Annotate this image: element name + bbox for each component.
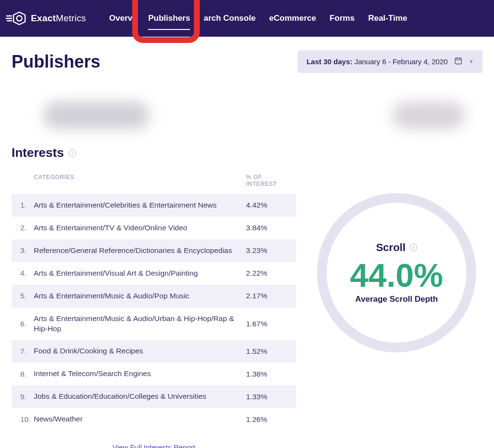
row-index: 5. bbox=[20, 292, 34, 300]
row-pct: 3.23% bbox=[246, 246, 288, 255]
row-pct: 1.52% bbox=[246, 347, 288, 356]
row-index: 1. bbox=[20, 201, 34, 210]
row-pct: 1.38% bbox=[246, 370, 288, 378]
row-category: Reference/General Reference/Dictionaries… bbox=[34, 246, 246, 256]
svg-rect-5 bbox=[455, 58, 462, 64]
brand-icon bbox=[6, 11, 27, 26]
table-row: 8.Internet & Telecom/Search Engines1.38% bbox=[12, 363, 296, 385]
row-index: 2. bbox=[20, 224, 34, 232]
interests-table: CATEGORIES % OF INTEREST 1.Arts & Entert… bbox=[12, 174, 296, 448]
scroll-depth-circle: Scroll i 44.0% Average Scroll Depth bbox=[317, 193, 476, 352]
calendar-icon bbox=[454, 57, 462, 66]
scroll-subtitle: Average Scroll Depth bbox=[355, 294, 438, 304]
table-row: 3.Reference/General Reference/Dictionari… bbox=[12, 239, 296, 262]
table-body: 1.Arts & Entertainment/Celebrities & Ent… bbox=[12, 194, 296, 431]
scroll-title: Scroll i bbox=[376, 241, 417, 254]
table-row: 6.Arts & Entertainment/Music & Audio/Urb… bbox=[12, 308, 296, 340]
row-index: 8. bbox=[20, 370, 34, 378]
row-category: Arts & Entertainment/Music & Audio/Pop M… bbox=[34, 291, 246, 301]
section-title-text: Interests bbox=[12, 145, 64, 160]
row-category: Jobs & Education/Education/Colleges & Un… bbox=[34, 392, 246, 402]
table-row: 1.Arts & Entertainment/Celebrities & Ent… bbox=[12, 194, 296, 217]
row-category: Arts & Entertainment/Celebrities & Enter… bbox=[34, 200, 246, 210]
row-index: 10. bbox=[20, 415, 34, 424]
top-nav: ExactMetrics Overvi Publishers arch Cons… bbox=[0, 0, 494, 37]
table-row: 7.Food & Drink/Cooking & Recipes1.52% bbox=[12, 340, 296, 363]
page-title: Publishers bbox=[12, 52, 100, 72]
nav-tabs: Overvi Publishers arch Console eCommerce… bbox=[109, 11, 407, 26]
interests-heading: Interests i bbox=[0, 145, 494, 160]
row-pct: 2.17% bbox=[246, 292, 288, 300]
tab-overview[interactable]: Overvi bbox=[109, 11, 135, 26]
redacted-region bbox=[0, 88, 494, 142]
row-pct: 1.33% bbox=[246, 392, 288, 401]
info-icon[interactable]: i bbox=[410, 244, 417, 252]
chevron-down-icon: ▼ bbox=[469, 59, 474, 64]
row-pct: 1.67% bbox=[246, 320, 288, 328]
view-full-interests-link[interactable]: View Full Interests Report bbox=[112, 443, 195, 448]
date-range-picker[interactable]: Last 30 days: January 6 - February 4, 20… bbox=[298, 50, 482, 73]
row-pct: 3.84% bbox=[246, 224, 288, 232]
row-category: Arts & Entertainment/Music & Audio/Urban… bbox=[34, 314, 246, 334]
table-row: 4.Arts & Entertainment/Visual Art & Desi… bbox=[12, 262, 296, 285]
tab-ecommerce[interactable]: eCommerce bbox=[269, 11, 316, 26]
col-header-pct: % OF INTEREST bbox=[246, 174, 288, 187]
svg-marker-0 bbox=[14, 12, 25, 25]
table-row: 2.Arts & Entertainment/TV & Video/Online… bbox=[12, 217, 296, 239]
date-range-value: January 6 - February 4, 2020 bbox=[355, 57, 448, 66]
info-icon[interactable]: i bbox=[69, 149, 76, 157]
row-category: Arts & Entertainment/TV & Video/Online V… bbox=[34, 223, 246, 233]
content-area: CATEGORIES % OF INTEREST 1.Arts & Entert… bbox=[0, 160, 494, 448]
svg-point-1 bbox=[17, 16, 22, 21]
table-header: CATEGORIES % OF INTEREST bbox=[12, 174, 296, 194]
brand[interactable]: ExactMetrics bbox=[4, 11, 91, 26]
row-index: 9. bbox=[20, 392, 34, 401]
table-row: 9.Jobs & Education/Education/Colleges & … bbox=[12, 385, 296, 408]
tab-publishers[interactable]: Publishers bbox=[148, 11, 190, 26]
col-header-categories: CATEGORIES bbox=[34, 174, 246, 187]
row-pct: 1.26% bbox=[246, 415, 288, 424]
date-range-label: Last 30 days: bbox=[306, 57, 352, 66]
scroll-value: 44.0% bbox=[350, 259, 443, 292]
row-index: 6. bbox=[20, 320, 34, 328]
table-row: 5.Arts & Entertainment/Music & Audio/Pop… bbox=[12, 285, 296, 308]
page-header: Publishers Last 30 days: January 6 - Feb… bbox=[0, 37, 494, 73]
row-pct: 4.42% bbox=[246, 201, 288, 210]
row-category: News/Weather bbox=[34, 414, 246, 424]
row-category: Food & Drink/Cooking & Recipes bbox=[34, 346, 246, 356]
scroll-card: Scroll i 44.0% Average Scroll Depth bbox=[311, 174, 482, 352]
row-index: 4. bbox=[20, 269, 34, 278]
row-index: 3. bbox=[20, 246, 34, 255]
row-pct: 2.22% bbox=[246, 269, 288, 278]
tab-forms[interactable]: Forms bbox=[329, 11, 355, 26]
tab-search-console[interactable]: arch Console bbox=[204, 11, 256, 26]
tab-real-time[interactable]: Real-Time bbox=[368, 11, 407, 26]
table-row: 10.News/Weather1.26% bbox=[12, 408, 296, 431]
full-report-link-wrap: View Full Interests Report bbox=[12, 443, 296, 448]
brand-text: ExactMetrics bbox=[31, 13, 86, 24]
row-category: Internet & Telecom/Search Engines bbox=[34, 369, 246, 379]
row-category: Arts & Entertainment/Visual Art & Design… bbox=[34, 268, 246, 279]
row-index: 7. bbox=[20, 347, 34, 356]
